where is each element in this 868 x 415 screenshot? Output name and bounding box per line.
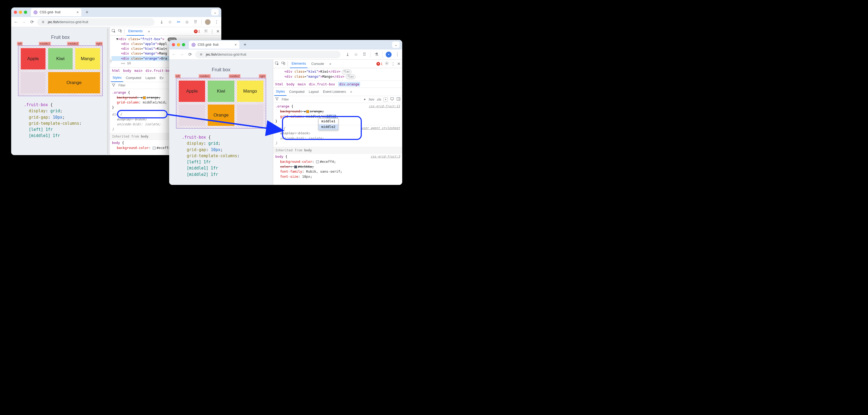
ai-icon[interactable]: ✦ <box>363 98 366 101</box>
styles-pane[interactable]: css-grid-fruit:11 .orange { background: … <box>273 103 402 185</box>
nav-toolbar: ← → ⟳ ≡ jec.fish/demo/css-grid-fruit ⤓ ☆… <box>11 17 221 27</box>
tabs-overflow[interactable]: » <box>146 27 151 36</box>
site-settings-icon[interactable]: ≡ <box>198 52 204 57</box>
line-label-middle1: middle1 <box>39 42 51 45</box>
page-css-source: .fruit-box { display: grid; grid-gap: 10… <box>182 134 260 178</box>
tabs-overflow[interactable]: » <box>328 60 333 68</box>
styles-filter-bar: ✦ :hov .cls + <box>273 96 402 103</box>
new-rule-button[interactable]: + <box>383 97 388 102</box>
scissors-icon[interactable]: ✂ <box>176 20 181 25</box>
new-tab-button[interactable]: + <box>242 41 248 48</box>
robot-icon[interactable]: ☺ <box>184 20 190 25</box>
dom-tree[interactable]: <div class="kiwi">Kiwi</div>flex <div cl… <box>273 68 402 81</box>
autocomplete-popup[interactable]: middle1 middle2 <box>318 118 338 130</box>
autocomplete-item[interactable]: middle2 <box>319 124 338 130</box>
omnibox[interactable]: ≡ jec.fish/demo/css-grid-fruit <box>195 51 341 58</box>
tab-computed[interactable]: Computed <box>287 88 306 96</box>
extensions-icon[interactable]: ⠿ <box>193 20 198 25</box>
tabs-dropdown-button[interactable]: ⌄ <box>392 41 400 48</box>
inspect-icon[interactable] <box>275 61 279 66</box>
devtools-menu-icon[interactable]: ⋮ <box>210 29 214 34</box>
tab-event-listeners[interactable]: Ev <box>158 74 165 82</box>
cls-toggle[interactable]: .cls <box>376 98 381 101</box>
kebab-menu-icon[interactable]: ⋮ <box>395 52 400 57</box>
profile-avatar[interactable]: • <box>386 52 392 58</box>
error-counter[interactable]: ✕1 <box>376 62 382 66</box>
tab-elements[interactable]: Elements <box>127 27 144 36</box>
device-icon[interactable] <box>390 97 394 102</box>
device-toolbar-icon[interactable] <box>118 29 122 34</box>
tabs-dropdown-button[interactable]: ⌄ <box>211 9 219 15</box>
breadcrumb[interactable]: html body main div.fruit-box div.orange <box>273 81 402 88</box>
tab-layout[interactable]: Layout <box>144 74 157 82</box>
site-settings-icon[interactable]: ≡ <box>40 20 46 25</box>
reload-button[interactable]: ⟳ <box>29 20 35 25</box>
cell-orange: Orange <box>48 72 100 93</box>
settings-icon[interactable] <box>204 29 208 34</box>
zoom-window-icon[interactable] <box>182 43 185 46</box>
page-viewport: Fruit box left middle1 middle2 right App… <box>11 27 110 155</box>
nav-toolbar: ← → ⟳ ≡ jec.fish/demo/css-grid-fruit ⤓ ☆… <box>169 50 402 60</box>
gutter-more-icon[interactable]: ⋯ <box>110 59 112 63</box>
window-controls[interactable] <box>172 43 185 46</box>
kebab-menu-icon[interactable]: ⋮ <box>214 20 219 25</box>
tab-styles[interactable]: Styles <box>274 88 286 96</box>
tab-console[interactable]: Console <box>310 60 326 68</box>
autocomplete-item[interactable]: middle1 <box>319 119 338 124</box>
tab-title: CSS grid- fruit <box>198 43 219 46</box>
tab-computed[interactable]: Computed <box>124 74 143 82</box>
labs-icon[interactable]: ⚗ <box>374 52 379 57</box>
install-icon[interactable]: ⤓ <box>159 20 164 25</box>
back-button[interactable]: ← <box>171 52 177 57</box>
minimize-window-icon[interactable] <box>177 43 180 46</box>
install-icon[interactable]: ⤓ <box>345 52 350 57</box>
new-tab-button[interactable]: + <box>84 9 90 16</box>
page-title: Fruit box <box>11 35 110 40</box>
fruit-grid: Apple Kiwi Mango Orange <box>18 45 103 96</box>
devtools-close-icon[interactable]: ✕ <box>216 29 220 34</box>
bookmark-icon[interactable]: ☆ <box>167 20 173 25</box>
cell-mango: Mango <box>75 48 100 69</box>
minimize-window-icon[interactable] <box>19 11 22 14</box>
devtools-menu-icon[interactable]: ⋮ <box>391 61 395 66</box>
forward-button[interactable]: → <box>179 52 185 57</box>
device-toolbar-icon[interactable] <box>281 61 285 66</box>
browser-tab[interactable]: CSS grid- fruit × <box>31 8 82 16</box>
close-window-icon[interactable] <box>14 11 17 14</box>
svg-rect-9 <box>397 98 400 101</box>
tabs-overflow[interactable]: » <box>348 88 353 96</box>
back-button[interactable]: ← <box>13 20 19 25</box>
bookmark-icon[interactable]: ☆ <box>353 52 359 57</box>
close-window-icon[interactable] <box>172 43 175 46</box>
reload-button[interactable]: ⟳ <box>187 52 193 57</box>
tab-layout[interactable]: Layout <box>307 88 320 96</box>
close-tab-icon[interactable]: × <box>76 10 79 14</box>
extensions-icon[interactable]: ⠿ <box>362 52 367 57</box>
tab-styles[interactable]: Styles <box>111 74 123 82</box>
styles-filter-input[interactable] <box>281 97 361 102</box>
tab-elements[interactable]: Elements <box>290 60 308 68</box>
devtools-close-icon[interactable]: ✕ <box>397 61 401 66</box>
svg-rect-8 <box>391 98 394 100</box>
fruit-grid: Apple Kiwi Mango Orange <box>176 78 266 128</box>
svg-point-7 <box>386 63 387 64</box>
devtools-panel: Elements Console » ✕1 ⋮ ✕ <div class="ki… <box>273 60 402 185</box>
profile-avatar[interactable] <box>205 19 211 25</box>
window-controls[interactable] <box>14 11 27 14</box>
forward-button[interactable]: → <box>21 20 27 25</box>
error-counter[interactable]: ✕1 <box>194 30 200 33</box>
inspect-icon[interactable] <box>112 29 116 34</box>
tab-event-listeners[interactable]: Event Listeners <box>321 88 347 96</box>
panel-icon[interactable] <box>396 97 401 102</box>
hov-toggle[interactable]: :hov <box>368 98 374 101</box>
tab-strip: CSS grid- fruit × + ⌄ <box>11 7 221 17</box>
settings-icon[interactable] <box>385 61 389 66</box>
browser-tab[interactable]: CSS grid- fruit × <box>189 41 240 49</box>
zoom-window-icon[interactable] <box>24 11 27 14</box>
omnibox[interactable]: ≡ jec.fish/demo/css-grid-fruit <box>37 18 155 26</box>
filter-icon <box>275 97 279 102</box>
favicon-icon <box>33 10 37 14</box>
close-tab-icon[interactable]: × <box>235 42 237 47</box>
url-path: /demo/css-grid-fruit <box>59 20 88 24</box>
scrollbar[interactable] <box>107 28 108 154</box>
